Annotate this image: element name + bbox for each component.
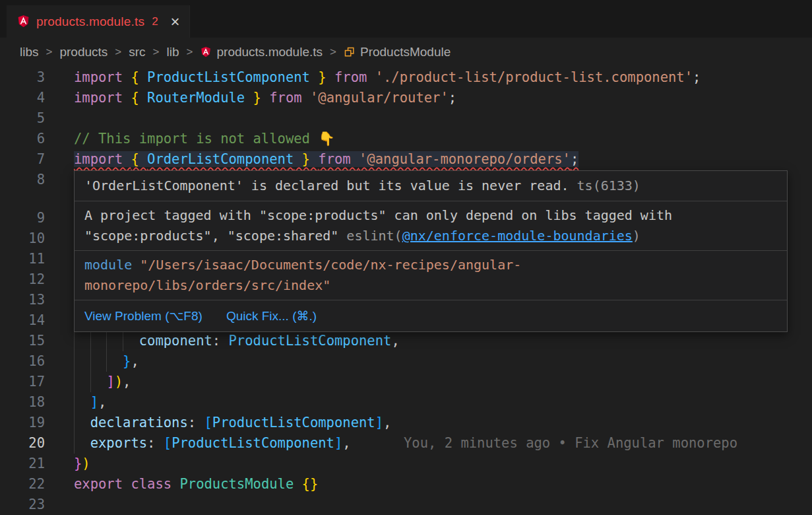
module-path-line2: monorepo/libs/orders/src/index" [84, 275, 777, 296]
line-number: 7 [0, 149, 45, 170]
breadcrumb: libs>products>src>lib>products.module.ts… [0, 38, 812, 66]
class-icon [344, 46, 356, 58]
line-number: 6 [0, 129, 45, 149]
eslint-message-line1: A project tagged with "scope:products" c… [84, 205, 777, 226]
code-line-18[interactable]: 18 ], [0, 392, 812, 413]
breadcrumb-item-lib[interactable]: lib [167, 45, 179, 59]
line-number: 4 [0, 88, 45, 108]
breadcrumb-separator: > [187, 46, 193, 59]
view-problem-button[interactable]: View Problem (⌥F8) [84, 306, 203, 326]
code-line-22[interactable]: 22export class ProductsModule {} [0, 474, 812, 495]
breadcrumb-label: libs [20, 45, 39, 59]
line-number: 20 [0, 433, 45, 454]
code-text: declarations: [ProductListComponent], [74, 413, 812, 433]
vscode-window: products.module.ts 2 × libs>products>src… [0, 0, 812, 515]
code-line-21[interactable]: 21}) [0, 454, 812, 474]
line-number: 13 [0, 290, 45, 310]
code-text: exports: [ProductListComponent],You, 2 m… [74, 433, 812, 454]
line-number: 9 [0, 208, 45, 228]
breadcrumb-label: ProductsModule [360, 45, 451, 59]
line-number: 23 [0, 495, 45, 515]
editor-tab-products-module[interactable]: products.module.ts 2 × [7, 5, 190, 38]
code-line-19[interactable]: 19 declarations: [ProductListComponent], [0, 413, 812, 433]
indent-guide [74, 331, 75, 351]
line-number: 14 [0, 310, 45, 331]
line-number: 22 [0, 474, 45, 495]
code-line-15[interactable]: 15 component: ProductListComponent, [0, 331, 812, 351]
line-number: 19 [0, 413, 45, 433]
ts-diagnostic-code: ts(6133) [569, 178, 640, 193]
eslint-message-line2: "scope:products", "scope:shared" eslint(… [84, 226, 777, 246]
code-line-5[interactable]: 5 [0, 108, 812, 129]
line-number: 17 [0, 372, 45, 392]
module-path-part2: monorepo/libs/orders/src/index" [84, 277, 330, 293]
code-editor[interactable]: 3import { ProductListComponent } from '.… [0, 66, 812, 515]
breadcrumb-item-src[interactable]: src [129, 45, 145, 59]
breadcrumb-separator: > [330, 46, 336, 59]
breadcrumb-item-libs[interactable]: libs [20, 45, 39, 59]
breadcrumb-label: products [59, 45, 108, 59]
tab-title: products.module.ts [36, 15, 144, 29]
angular-icon [16, 15, 30, 28]
tab-bar: products.module.ts 2 × [0, 0, 812, 38]
indent-guide [90, 372, 91, 392]
class-symbol-icon [344, 46, 356, 58]
line-number: 10 [0, 228, 45, 249]
line-number: 8 [0, 170, 45, 190]
breadcrumb-label: products.module.ts [216, 45, 323, 59]
ts-diagnostic-message: 'OrderListComponent' is declared but its… [84, 178, 569, 193]
code-line-7[interactable]: 7import { OrderListComponent } from '@an… [0, 149, 812, 170]
module-path-part1: "/Users/isaac/Documents/code/nx-recipes/… [132, 257, 521, 273]
quick-fix-button[interactable]: Quick Fix... (⌘.) [226, 306, 317, 326]
breadcrumb-item-products-module-ts[interactable]: products.module.ts [200, 45, 323, 59]
line-number: 21 [0, 454, 45, 474]
breadcrumb-separator: > [153, 46, 160, 59]
eslint-rule-link[interactable]: @nx/enforce-module-boundaries [402, 228, 633, 244]
eslint-source-prefix: eslint( [346, 228, 402, 244]
line-number: 5 [0, 108, 45, 129]
tab-close-button[interactable]: × [171, 14, 180, 30]
indent-guide [74, 413, 75, 433]
hover-eslint-diagnostic: A project tagged with "scope:products" c… [75, 201, 787, 251]
code-line-17[interactable]: 17 ]), [0, 372, 812, 392]
code-text [74, 108, 812, 129]
code-text: ], [74, 392, 812, 413]
hover-actions: View Problem (⌥F8) Quick Fix... (⌘.) [75, 300, 787, 331]
indent-guide [74, 372, 75, 392]
code-text: component: ProductListComponent, [74, 331, 812, 351]
indent-guide [123, 331, 123, 351]
line-number: 11 [0, 249, 45, 269]
indent-guide [74, 433, 75, 454]
hover-module-info: module "/Users/isaac/Documents/code/nx-r… [75, 251, 787, 300]
code-line-20[interactable]: 20 exports: [ProductListComponent],You, … [0, 433, 812, 454]
indent-guide [106, 331, 107, 351]
breadcrumb-item-productsmodule[interactable]: ProductsModule [344, 45, 451, 59]
code-line-23[interactable]: 23 [0, 495, 812, 515]
indent-guide [90, 351, 91, 372]
code-line-16[interactable]: 16 }, [0, 351, 812, 372]
breadcrumb-item-products[interactable]: products [59, 45, 108, 59]
code-text: import { ProductListComponent } from './… [74, 67, 812, 88]
problem-hover-popup: 'OrderListComponent' is declared but its… [74, 170, 788, 332]
module-keyword: module [84, 257, 132, 273]
code-line-6[interactable]: 6// This import is not allowed 👇 [0, 129, 812, 149]
code-text: export class ProductsModule {} [74, 474, 812, 495]
angular-icon [200, 46, 212, 58]
line-number: 3 [0, 67, 45, 88]
indent-guide [74, 392, 75, 413]
code-line-4[interactable]: 4import { RouterModule } from '@angular/… [0, 88, 812, 108]
code-text: }) [74, 454, 812, 474]
code-line-3[interactable]: 3import { ProductListComponent } from '.… [0, 67, 812, 88]
indent-guide [90, 331, 91, 351]
line-number: 16 [0, 351, 45, 372]
module-path-line1: module "/Users/isaac/Documents/code/nx-r… [84, 255, 777, 275]
eslint-source-suffix: ) [633, 228, 640, 244]
breadcrumb-label: src [129, 45, 145, 59]
code-text: import { OrderListComponent } from '@ang… [74, 149, 812, 170]
eslint-message-line2-text: "scope:products", "scope:shared" [84, 228, 346, 244]
breadcrumb-separator: > [46, 46, 53, 59]
code-text: import { RouterModule } from '@angular/r… [74, 88, 812, 108]
code-text: // This import is not allowed 👇 [74, 129, 812, 149]
git-blame-annotation: You, 2 minutes ago • Fix Angular monorep… [404, 433, 737, 454]
breadcrumb-label: lib [167, 45, 179, 59]
